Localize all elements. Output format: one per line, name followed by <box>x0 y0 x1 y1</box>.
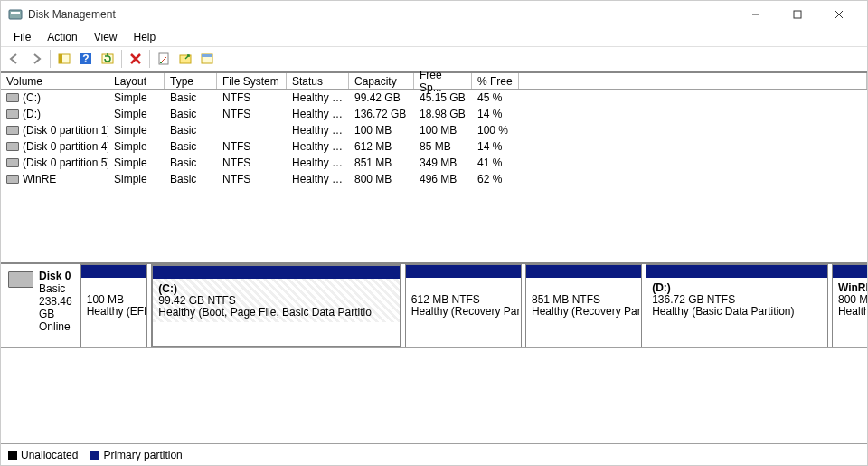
explore-button[interactable] <box>175 49 195 69</box>
column-type[interactable]: Type <box>165 73 217 89</box>
volume-layout: Simple <box>108 108 165 120</box>
toolbar-separator <box>149 50 150 68</box>
toolbar-separator <box>121 50 122 68</box>
maximize-button[interactable] <box>777 1 818 28</box>
svg-rect-7 <box>59 54 62 63</box>
volume-row[interactable]: (Disk 0 partition 5)SimpleBasicNTFSHealt… <box>1 155 867 171</box>
column-volume[interactable]: Volume <box>1 73 108 89</box>
volume-type: Basic <box>165 140 217 153</box>
nav-forward-button[interactable] <box>26 49 46 69</box>
column-percent-free[interactable]: % Free <box>472 73 519 89</box>
volume-pct: 100 % <box>472 124 519 137</box>
volume-status: Healthy (R... <box>287 140 349 153</box>
svg-rect-15 <box>202 54 212 57</box>
menu-bar: File Action View Help <box>1 28 867 46</box>
menu-file[interactable]: File <box>6 29 38 45</box>
column-free-space[interactable]: Free Sp... <box>414 73 472 89</box>
volume-status: Healthy (B... <box>287 91 349 104</box>
volume-free: 18.98 GB <box>414 108 472 120</box>
disk-summary[interactable]: Disk 0 Basic 238.46 GB Online <box>1 264 80 347</box>
volume-capacity: 100 MB <box>349 124 414 137</box>
partition-stripe <box>406 265 521 278</box>
partition[interactable]: (D:)136.72 GB NTFSHealthy (Basic Data Pa… <box>646 264 828 347</box>
volume-free: 100 MB <box>414 124 472 137</box>
svg-text:?: ? <box>82 52 89 65</box>
volume-fs: NTFS <box>217 157 287 169</box>
volume-icon <box>6 126 19 135</box>
toolbar: ? <box>1 46 867 71</box>
close-button[interactable] <box>818 1 860 28</box>
volume-name: (Disk 0 partition 1) <box>23 124 108 137</box>
partition[interactable]: 100 MBHealthy (EFI Sy <box>80 264 148 347</box>
disk-icon <box>8 271 33 288</box>
help-button[interactable]: ? <box>76 49 96 69</box>
volume-status: Healthy (E... <box>287 124 349 137</box>
volume-name: (Disk 0 partition 5) <box>23 157 108 169</box>
partition[interactable]: WinRE800 MB NTFSHealthy (Recovery Partit <box>832 264 868 347</box>
volume-name: WinRE <box>23 173 56 185</box>
volume-capacity: 99.42 GB <box>349 91 414 104</box>
title-bar: Disk Management <box>1 1 867 28</box>
volume-layout: Simple <box>108 124 165 137</box>
volume-pct: 14 % <box>472 108 519 120</box>
volume-capacity: 136.72 GB <box>349 108 414 120</box>
column-filesystem[interactable]: File System <box>217 73 287 89</box>
volume-layout: Simple <box>108 91 165 104</box>
volume-row[interactable]: (Disk 0 partition 4)SimpleBasicNTFSHealt… <box>1 138 867 155</box>
toolbar-separator <box>50 50 51 68</box>
disk-type: Basic <box>39 282 72 295</box>
properties-button[interactable] <box>154 49 174 69</box>
volume-name: (D:) <box>23 108 41 120</box>
partition[interactable]: (C:)99.42 GB NTFSHealthy (Boot, Page Fil… <box>151 264 401 347</box>
volume-row[interactable]: (Disk 0 partition 1)SimpleBasicHealthy (… <box>1 122 867 138</box>
volume-list-body[interactable]: (C:)SimpleBasicNTFSHealthy (B...99.42 GB… <box>1 90 867 262</box>
volume-fs: NTFS <box>217 140 287 153</box>
svg-rect-1 <box>11 12 20 14</box>
legend-primary: Primary partition <box>90 449 182 461</box>
volume-capacity: 851 MB <box>349 157 414 169</box>
volume-type: Basic <box>165 108 217 120</box>
disk-label: Disk 0 <box>39 270 72 282</box>
nav-back-button[interactable] <box>5 49 24 69</box>
menu-view[interactable]: View <box>87 29 125 45</box>
volume-fs: NTFS <box>217 108 287 120</box>
volume-status: Healthy (R... <box>287 157 349 169</box>
partition-stripe <box>646 265 827 278</box>
partition-bar: 100 MBHealthy (EFI Sy(C:)99.42 GB NTFSHe… <box>80 264 868 347</box>
volume-row[interactable]: WinRESimpleBasicNTFSHealthy (R...800 MB4… <box>1 171 867 187</box>
column-status[interactable]: Status <box>287 73 349 89</box>
volume-type: Basic <box>165 157 217 169</box>
volume-row[interactable]: (D:)SimpleBasicNTFSHealthy (B...136.72 G… <box>1 106 867 122</box>
delete-button[interactable] <box>126 49 146 69</box>
column-spacer <box>519 73 867 89</box>
partition-stripe <box>153 266 399 279</box>
volume-status: Healthy (R... <box>287 173 349 185</box>
partition-status: Healthy (Basic Data Partition) <box>652 306 822 318</box>
volume-icon <box>6 93 19 102</box>
legend-unallocated: Unallocated <box>8 449 78 461</box>
partition-stripe <box>526 265 641 278</box>
partition-status: Healthy (EFI Sy <box>87 306 142 318</box>
volume-type: Basic <box>165 173 217 185</box>
empty-disk-area <box>1 347 867 443</box>
menu-help[interactable]: Help <box>127 29 164 45</box>
volume-free: 349 MB <box>414 157 472 169</box>
volume-pct: 14 % <box>472 140 519 153</box>
partition-status: Healthy (Recovery Par <box>411 306 515 318</box>
volume-type: Basic <box>165 91 217 104</box>
show-hide-console-button[interactable] <box>54 49 74 69</box>
partition[interactable]: 851 MB NTFSHealthy (Recovery Parti <box>525 264 642 347</box>
legend: Unallocated Primary partition <box>1 443 867 465</box>
volume-name: (C:) <box>23 91 41 104</box>
column-layout[interactable]: Layout <box>108 73 165 89</box>
partition-stripe <box>833 265 868 278</box>
refresh-button[interactable] <box>98 49 118 69</box>
volume-name: (Disk 0 partition 4) <box>23 140 108 153</box>
menu-action[interactable]: Action <box>40 29 84 45</box>
partition-stripe <box>81 265 147 278</box>
column-capacity[interactable]: Capacity <box>349 73 414 89</box>
minimize-button[interactable] <box>735 1 777 28</box>
settings-button[interactable] <box>197 49 217 69</box>
volume-free: 496 MB <box>414 173 472 185</box>
partition[interactable]: 612 MB NTFSHealthy (Recovery Par <box>405 264 522 347</box>
